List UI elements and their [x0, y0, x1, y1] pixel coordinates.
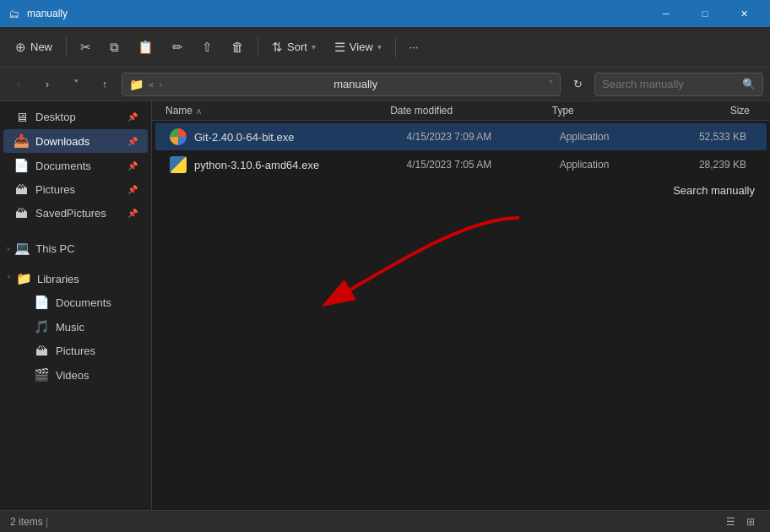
- python-file-name: python-3.10.6-amd64.exe: [194, 159, 407, 171]
- desktop-icon: 🖥: [14, 110, 29, 124]
- up-button[interactable]: ↑: [93, 73, 117, 96]
- sidebar-item-pictures[interactable]: 🏔 Pictures 📌: [3, 178, 148, 201]
- sidebar-label-lib-videos: Videos: [56, 369, 138, 382]
- view-button[interactable]: ☰ View ▾: [326, 35, 390, 60]
- git-file-name: Git-2.40.0-64-bit.exe: [194, 131, 407, 144]
- sidebar-item-downloads[interactable]: 📥 Downloads 📌: [3, 129, 148, 153]
- sidebar-item-documents[interactable]: 📄 Documents 📌: [3, 154, 148, 177]
- share-button[interactable]: ⇧: [193, 35, 221, 60]
- toolbar-separator-2: [258, 37, 258, 57]
- search-icon: 🔍: [742, 78, 756, 90]
- path-dropdown-icon: ˅: [549, 79, 553, 89]
- sort-arrow-icon: ∧: [196, 106, 202, 116]
- sidebar-label-savedpictures: SavedPictures: [35, 207, 121, 220]
- delete-icon: 🗑: [231, 40, 244, 54]
- thispc-chevron-icon: ›: [7, 244, 9, 253]
- share-icon: ⇧: [202, 40, 213, 55]
- git-file-icon: [169, 128, 187, 146]
- libraries-label: Libraries: [37, 273, 79, 285]
- view-toggle-buttons: ☰ ⊞: [721, 513, 760, 530]
- path-arrows: «: [149, 79, 154, 90]
- col-header-type[interactable]: Type: [552, 105, 660, 117]
- list-view-button[interactable]: ☰: [721, 513, 740, 530]
- sort-button[interactable]: ⇅ Sort ▾: [263, 35, 324, 60]
- more-button[interactable]: ···: [401, 35, 427, 58]
- sidebar-item-lib-music[interactable]: 🎵 Music: [3, 315, 148, 339]
- back-button[interactable]: ‹: [7, 73, 30, 96]
- python-file-type: Application: [560, 159, 662, 171]
- python-file-icon: [169, 155, 187, 174]
- paste-icon: 📋: [138, 40, 154, 55]
- python-file-size: 28,239 KB: [661, 159, 753, 171]
- file-list: Git-2.40.0-64-bit.exe 4/15/2023 7:09 AM …: [152, 121, 770, 510]
- git-file-type: Application: [560, 131, 662, 143]
- forward-button[interactable]: ›: [35, 73, 59, 96]
- more-label: ···: [409, 41, 419, 53]
- lib-videos-icon: 🎬: [34, 367, 49, 383]
- sidebar-item-lib-videos[interactable]: 🎬 Videos: [3, 363, 148, 387]
- git-file-size: 52,533 KB: [661, 131, 753, 143]
- details-view-button[interactable]: ⊞: [741, 513, 760, 530]
- sidebar-item-lib-pictures[interactable]: 🏔 Pictures: [3, 339, 148, 362]
- new-icon: ⊕: [15, 40, 26, 55]
- path-separator: ›: [159, 78, 162, 90]
- file-row-git[interactable]: Git-2.40.0-64-bit.exe 4/15/2023 7:09 AM …: [155, 123, 767, 150]
- col-header-name[interactable]: Name ∧: [165, 105, 390, 117]
- copy-button[interactable]: ⧉: [101, 35, 127, 60]
- file-row-python[interactable]: python-3.10.6-amd64.exe 4/15/2023 7:05 A…: [155, 151, 767, 178]
- sidebar-item-lib-documents[interactable]: 📄 Documents: [3, 290, 148, 314]
- thispc-icon: 💻: [14, 241, 30, 256]
- delete-button[interactable]: 🗑: [223, 35, 252, 59]
- sort-chevron-icon: ▾: [312, 42, 316, 52]
- maximize-button[interactable]: □: [686, 0, 724, 27]
- address-path[interactable]: 📁 « › manually ˅: [122, 73, 561, 96]
- sidebar-label-downloads: Downloads: [35, 135, 121, 148]
- close-button[interactable]: ✕: [724, 0, 763, 27]
- sidebar-label-documents: Documents: [35, 160, 121, 172]
- sidebar-label-pictures: Pictures: [35, 183, 121, 196]
- recent-button[interactable]: ˅: [64, 73, 88, 96]
- col-header-date[interactable]: Date modified: [390, 105, 552, 117]
- col-header-size[interactable]: Size: [660, 105, 756, 117]
- sidebar-section-libraries[interactable]: ˅ 📁 Libraries: [0, 266, 151, 290]
- column-headers: Name ∧ Date modified Type Size: [152, 101, 770, 121]
- pictures-icon: 🏔: [14, 182, 29, 197]
- lib-documents-icon: 📄: [34, 295, 49, 310]
- new-button[interactable]: ⊕ New: [7, 35, 61, 60]
- paste-button[interactable]: 📋: [129, 35, 162, 60]
- pin-icon-desktop: 📌: [127, 112, 138, 122]
- sort-icon: ⇅: [272, 40, 283, 55]
- status-bar: 2 items | ☰ ⊞: [0, 510, 770, 532]
- copy-icon: ⧉: [110, 40, 119, 55]
- file-area: Name ∧ Date modified Type Size: [152, 101, 770, 510]
- lib-pictures-icon: 🏔: [34, 344, 49, 358]
- minimize-button[interactable]: ─: [647, 0, 686, 27]
- view-label: View: [350, 41, 373, 53]
- main-area: 🖥 Desktop 📌 📥 Downloads 📌 📄 Documents 📌 …: [0, 101, 770, 510]
- downloads-icon: 📥: [14, 133, 29, 149]
- libraries-icon: 📁: [16, 271, 32, 286]
- search-input[interactable]: [602, 78, 737, 90]
- new-label: New: [30, 41, 52, 53]
- sidebar-label-lib-pictures: Pictures: [56, 345, 138, 357]
- toolbar-separator-3: [395, 37, 396, 57]
- thispc-label: This PC: [35, 242, 74, 255]
- sidebar-section-thispc[interactable]: › 💻 This PC: [0, 236, 151, 259]
- view-chevron-icon: ▾: [377, 42, 382, 52]
- refresh-button[interactable]: ↻: [566, 73, 589, 96]
- toolbar: ⊕ New ✂ ⧉ 📋 ✏ ⇧ 🗑 ⇅ Sort ▾ ☰ View ▾ ···: [0, 27, 770, 68]
- view-icon: ☰: [334, 40, 345, 55]
- sidebar-item-desktop[interactable]: 🖥 Desktop 📌: [3, 106, 148, 128]
- cut-button[interactable]: ✂: [72, 35, 100, 60]
- window-icon: 🗂: [7, 7, 20, 20]
- rename-button[interactable]: ✏: [164, 35, 192, 60]
- documents-icon: 📄: [14, 158, 29, 173]
- search-box[interactable]: 🔍: [594, 73, 763, 96]
- sidebar-item-savedpictures[interactable]: 🏔 SavedPictures 📌: [3, 202, 148, 225]
- folder-icon: 📁: [129, 78, 144, 91]
- address-bar: ‹ › ˅ ↑ 📁 « › manually ˅ ↻ 🔍: [0, 68, 770, 101]
- path-current: manually: [167, 78, 544, 90]
- pin-icon-downloads: 📌: [127, 137, 138, 146]
- lib-music-icon: 🎵: [34, 319, 49, 334]
- window-title: manually: [27, 8, 647, 19]
